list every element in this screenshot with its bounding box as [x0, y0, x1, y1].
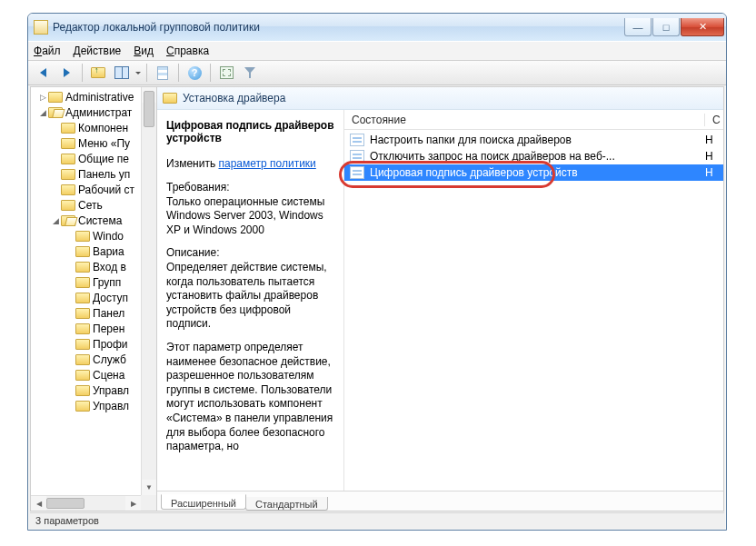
setting-row[interactable]: Отключить запрос на поиск драйверов на в…: [344, 148, 723, 164]
tree-item[interactable]: Управл: [31, 398, 156, 413]
tree-item[interactable]: Групп: [31, 274, 156, 290]
setting-row[interactable]: Цифровая подпись драйверов устройствН: [344, 164, 723, 181]
tree-item-label: Управл: [93, 384, 129, 397]
edit-label: Изменить: [166, 157, 215, 170]
up-button[interactable]: [87, 63, 109, 83]
folder-icon: [61, 184, 75, 195]
tree-item-label: Вариа: [93, 245, 124, 258]
scroll-right-button[interactable]: ▶: [125, 496, 141, 511]
setting-label: Настроить папки для поиска драйверов: [370, 134, 700, 146]
setting-value: Н: [705, 150, 718, 163]
menu-action[interactable]: Действие: [74, 45, 122, 57]
setting-icon: [350, 134, 364, 146]
location-bar: Установка драйвера: [157, 87, 723, 110]
setting-title: Цифровая подпись драйверов устройств: [166, 119, 334, 144]
tree-item-label: Сцена: [93, 369, 124, 382]
tree-item[interactable]: Меню «Пу: [31, 135, 156, 151]
tree-item[interactable]: ◢Администрат: [31, 104, 156, 120]
back-button[interactable]: [32, 63, 54, 83]
tree-item[interactable]: Панель уп: [31, 166, 156, 182]
tree-item-label: Панель уп: [78, 168, 130, 181]
menu-file[interactable]: Файл: [34, 45, 61, 57]
tree-item[interactable]: ▷Administrative: [31, 89, 156, 104]
tree-item[interactable]: ◢Система: [31, 213, 156, 228]
folder-icon: [75, 354, 90, 365]
tree-expand-icon[interactable]: ▷: [38, 93, 48, 102]
window-title: Редактор локальной групповой политики: [53, 21, 623, 34]
help-button[interactable]: ?: [184, 63, 205, 83]
menu-help[interactable]: Справка: [166, 45, 209, 57]
scroll-left-button[interactable]: ◀: [31, 496, 46, 511]
tab-extended[interactable]: Расширенный: [161, 494, 246, 510]
folder-icon: [61, 215, 75, 226]
export-button[interactable]: [152, 63, 174, 83]
status-text: 3 параметров: [35, 515, 99, 526]
tree-item[interactable]: Сеть: [31, 197, 156, 213]
description-text-2: Этот параметр определяет наименее безопа…: [166, 341, 333, 452]
options-button[interactable]: [215, 63, 237, 83]
tree-item[interactable]: Служб: [31, 352, 156, 367]
menu-view[interactable]: Вид: [134, 45, 154, 57]
tree-item[interactable]: Вход в: [31, 259, 156, 274]
folder-icon: [61, 200, 75, 211]
tree-expand-icon[interactable]: ◢: [38, 108, 48, 117]
tree-item[interactable]: Рабочий ст: [31, 182, 156, 197]
folder-icon: [75, 339, 90, 350]
folder-icon: [61, 123, 75, 134]
description-text: Определяет действие системы, когда польз…: [166, 261, 327, 330]
filter-button[interactable]: [239, 63, 261, 83]
tree-item-label: Administrative: [65, 91, 134, 104]
tree-item[interactable]: Управл: [31, 382, 156, 398]
tree-item-label: Перен: [93, 323, 124, 335]
toolbar-separator: [178, 64, 179, 82]
tab-standard[interactable]: Стандартный: [245, 497, 328, 511]
forward-button[interactable]: [55, 63, 77, 83]
tree-item-label: Вход в: [93, 261, 126, 273]
folder-icon: [75, 370, 90, 381]
tree-item[interactable]: Доступ: [31, 290, 156, 305]
folder-up-icon: [91, 67, 105, 78]
tree-item[interactable]: Компонен: [31, 120, 156, 135]
panes-button[interactable]: [111, 63, 133, 83]
tree-item[interactable]: Перен: [31, 321, 156, 336]
column-state[interactable]: Состояние: [344, 114, 705, 126]
scroll-thumb[interactable]: [144, 91, 154, 127]
setting-value: Н: [705, 134, 718, 146]
column-c[interactable]: С: [705, 114, 723, 126]
setting-icon: [350, 150, 364, 163]
folder-icon: [75, 277, 90, 288]
tree-item[interactable]: Профи: [31, 336, 156, 352]
tree-item-label: Сеть: [78, 199, 103, 212]
tree-item-label: Система: [78, 214, 122, 227]
folder-icon: [48, 92, 63, 103]
description-label: Описание:: [166, 246, 220, 259]
settings-header[interactable]: Состояние С: [344, 110, 723, 130]
minimize-button[interactable]: —: [624, 18, 652, 36]
tree-item[interactable]: Панел: [31, 305, 156, 321]
close-button[interactable]: ✕: [681, 18, 724, 36]
maximize-button[interactable]: □: [652, 18, 680, 36]
scroll-thumb[interactable]: [46, 498, 85, 509]
tree-item[interactable]: Общие пе: [31, 151, 156, 166]
folder-icon: [75, 308, 90, 319]
tree-vertical-scrollbar[interactable]: ▲ ▼: [141, 87, 156, 495]
tree-horizontal-scrollbar[interactable]: ◀ ▶: [31, 495, 141, 511]
scroll-down-button[interactable]: ▼: [142, 480, 156, 495]
tree-item-label: Групп: [93, 276, 121, 289]
funnel-icon: [244, 66, 256, 79]
edit-policy-link[interactable]: параметр политики: [218, 157, 315, 170]
location-label: Установка драйвера: [183, 92, 285, 104]
panes-dropdown[interactable]: [134, 72, 142, 74]
tree-expand-icon[interactable]: ◢: [51, 216, 61, 225]
menubar: ФайлДействиеВидСправка: [28, 41, 726, 60]
setting-row[interactable]: Настроить папки для поиска драйверовН: [344, 132, 723, 148]
tree-item[interactable]: Вариа: [31, 243, 156, 259]
folder-icon: [61, 154, 75, 164]
tree-item-label: Администрат: [65, 106, 132, 119]
titlebar[interactable]: Редактор локальной групповой политики — …: [28, 14, 726, 41]
folder-icon: [75, 323, 90, 334]
tree-item[interactable]: Сцена: [31, 367, 156, 382]
tree-item[interactable]: Windo: [31, 228, 156, 243]
tree-pane[interactable]: ▷Administrative◢АдминистратКомпоненМеню …: [31, 87, 157, 511]
folder-icon: [75, 385, 90, 396]
